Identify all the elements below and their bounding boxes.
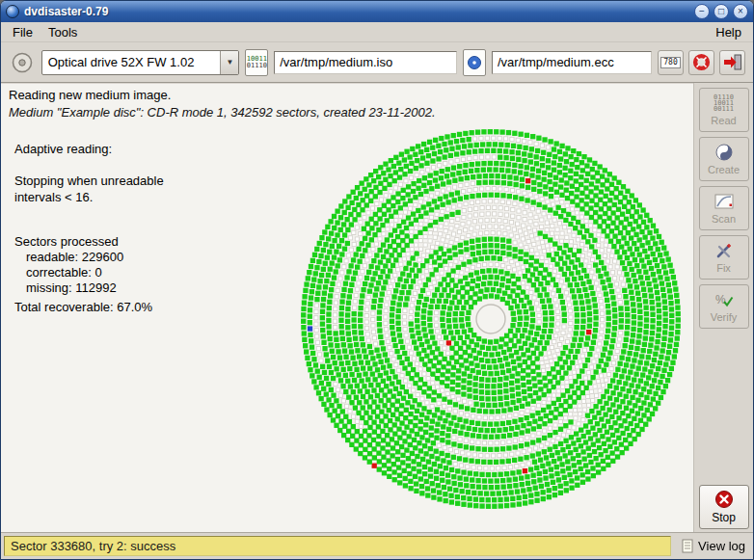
- life-ring-icon: [692, 53, 711, 71]
- quit-button[interactable]: [719, 50, 745, 75]
- preferences-button[interactable]: 780: [658, 50, 684, 75]
- chevron-down-icon: ▼: [220, 51, 238, 74]
- stop-icon: [714, 490, 734, 509]
- menu-tools[interactable]: Tools: [40, 24, 85, 40]
- status-message: Sector 333680, try 2: success: [4, 536, 671, 556]
- create-button[interactable]: Create: [699, 137, 749, 181]
- view-log-label: View log: [698, 539, 745, 553]
- menu-help[interactable]: Help: [708, 24, 749, 40]
- toolbar: Optical drive 52X FW 1.02 ▼ 10011 01110 …: [1, 42, 753, 83]
- scan-button-label: Scan: [712, 213, 736, 225]
- read-button-label: Read: [711, 115, 736, 126]
- verify-percent-icon: %: [714, 290, 734, 309]
- yin-yang-icon: [715, 143, 733, 162]
- info-missing: missing: 112992: [14, 280, 164, 296]
- log-page-icon: [682, 539, 694, 553]
- svg-text:%: %: [715, 293, 726, 307]
- info-readable: readable: 229600: [14, 250, 164, 265]
- status-header: Reading new medium image. Medium "Exampl…: [1, 84, 693, 124]
- close-button[interactable]: ×: [733, 4, 748, 19]
- stop-button[interactable]: Stop: [699, 485, 749, 529]
- read-binary-icon: 01110 10011 00111: [714, 93, 734, 113]
- tools-icon: [714, 241, 734, 260]
- main-area: Adaptive reading: Stopping when unreadab…: [1, 124, 693, 532]
- status-header-title: Reading new medium image.: [9, 88, 686, 102]
- maximize-button[interactable]: □: [714, 4, 729, 19]
- info-correctable: correctable: 0: [14, 265, 164, 280]
- help-button[interactable]: [688, 50, 714, 75]
- stop-button-label: Stop: [712, 511, 736, 524]
- image-file-icon: 10011 01110: [245, 49, 268, 76]
- fix-button-label: Fix: [716, 262, 731, 274]
- info-rule-line2: intervals < 16.: [14, 189, 164, 205]
- sidebar: 01110 10011 00111 Read Create Scan Fix: [693, 83, 753, 532]
- verify-button[interactable]: % Verify: [699, 284, 749, 329]
- verify-button-label: Verify: [711, 311, 738, 323]
- titlebar[interactable]: dvdisaster-0.79 − □ ×: [1, 1, 753, 22]
- info-panel: Adaptive reading: Stopping when unreadab…: [14, 142, 164, 315]
- scan-curve-icon: [714, 192, 734, 211]
- ecc-file-icon: [463, 49, 486, 76]
- exit-door-icon: [723, 53, 742, 71]
- status-header-medium-info: Medium "Example disc": CD-R mode 1, 3425…: [9, 105, 686, 120]
- disc-sector-map: [286, 126, 695, 531]
- menu-file[interactable]: File: [5, 24, 40, 40]
- window-title: dvdisaster-0.79: [24, 5, 690, 18]
- toolbar-right-group: 780: [658, 50, 745, 75]
- preferences-icon: 780: [660, 57, 680, 68]
- app-window: dvdisaster-0.79 − □ × File Tools Help Op…: [0, 0, 754, 560]
- info-rule-line1: Stopping when unreadable: [14, 173, 164, 189]
- info-total-recoverable: Total recoverable: 67.0%: [14, 299, 164, 315]
- drive-select-value: Optical drive 52X FW 1.02: [42, 55, 221, 69]
- minimize-button[interactable]: −: [694, 4, 710, 19]
- scan-button[interactable]: Scan: [699, 186, 749, 230]
- read-button[interactable]: 01110 10011 00111 Read: [699, 88, 749, 132]
- info-title: Adaptive reading:: [14, 142, 164, 156]
- image-file-input[interactable]: [274, 51, 457, 74]
- drive-select[interactable]: Optical drive 52X FW 1.02 ▼: [41, 50, 240, 75]
- app-icon: [6, 5, 19, 18]
- info-sectors-heading: Sectors processed: [14, 233, 164, 250]
- view-log-button[interactable]: View log: [677, 539, 750, 553]
- ecc-file-input[interactable]: [492, 51, 652, 74]
- statusbar: Sector 333680, try 2: success View log: [1, 532, 753, 559]
- create-button-label: Create: [708, 164, 740, 175]
- menubar: File Tools Help: [1, 22, 753, 42]
- fix-button[interactable]: Fix: [699, 235, 749, 280]
- optical-drive-icon: [9, 49, 36, 76]
